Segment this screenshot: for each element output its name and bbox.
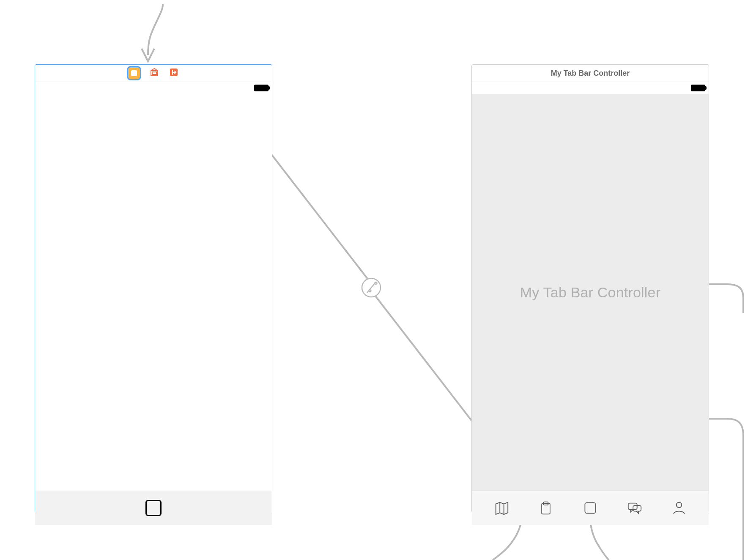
view-controller-icon[interactable] [128, 67, 140, 79]
battery-icon [691, 85, 705, 91]
scene-title: My Tab Bar Controller [551, 69, 630, 78]
person-icon [671, 500, 687, 516]
svg-line-2 [375, 296, 471, 420]
svg-point-10 [676, 502, 682, 508]
square-icon [145, 500, 162, 516]
view-controller-view[interactable] [35, 94, 272, 491]
tab-bar-placeholder [35, 491, 272, 525]
controller-placeholder-label: My Tab Bar Controller [520, 284, 660, 301]
tab-item-chat[interactable] [625, 499, 644, 517]
tab-item-blank[interactable] [144, 499, 163, 517]
chat-icon [627, 500, 643, 516]
clipboard-icon [538, 500, 553, 516]
tab-bar-controller-scene[interactable]: My Tab Bar Controller My Tab Bar Control… [471, 64, 709, 513]
tab-bar[interactable] [472, 491, 709, 525]
svg-rect-7 [585, 502, 595, 513]
exit-icon[interactable] [169, 67, 179, 80]
tab-item-square[interactable] [581, 499, 600, 517]
status-bar [35, 82, 272, 94]
tab-item-map[interactable] [492, 499, 511, 517]
tab-item-clipboard[interactable] [537, 499, 555, 517]
storyboard-canvas[interactable]: My Tab Bar Controller My Tab Bar Control… [0, 0, 745, 560]
tab-item-person[interactable] [670, 499, 688, 517]
svg-rect-3 [152, 72, 156, 74]
scene-content [35, 82, 272, 491]
status-bar [472, 82, 709, 94]
map-icon [493, 500, 509, 516]
controller-placeholder-area[interactable]: My Tab Bar Controller [472, 94, 709, 491]
battery-icon [254, 85, 268, 91]
scene-title-bar[interactable] [35, 65, 272, 82]
svg-point-1 [362, 278, 381, 297]
view-controller-scene[interactable] [35, 64, 272, 513]
svg-line-0 [271, 154, 368, 279]
scene-content: My Tab Bar Controller [472, 82, 709, 491]
square-icon [583, 500, 598, 516]
scene-title-bar[interactable]: My Tab Bar Controller [472, 65, 709, 82]
first-responder-icon[interactable] [149, 67, 159, 80]
